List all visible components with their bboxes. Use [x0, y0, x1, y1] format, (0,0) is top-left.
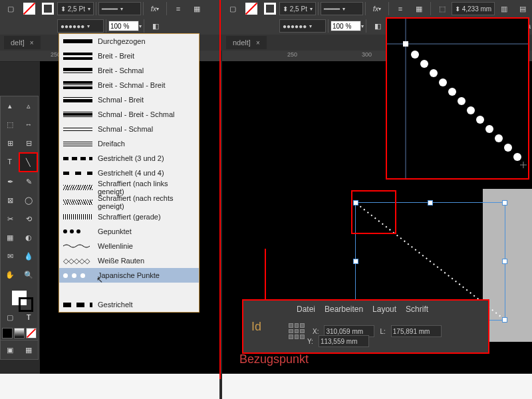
rectangle-frame-tool[interactable]: ⊠	[1, 191, 19, 209]
close-icon[interactable]: ×	[256, 39, 260, 47]
paragraph-icon[interactable]: ≡	[170, 1, 186, 17]
apply-icon[interactable]: ▢	[225, 1, 241, 17]
opacity-input[interactable]: 100 %	[108, 21, 139, 31]
stroke-style-dropdown[interactable]: ━━━━▾	[98, 2, 141, 15]
svg-point-14	[504, 144, 512, 152]
document-tab[interactable]: ndelt]×	[226, 36, 267, 49]
opacity-icon[interactable]: ◧	[148, 18, 164, 34]
svg-point-13	[495, 134, 503, 142]
hand-tool[interactable]: ✋	[1, 265, 19, 284]
text-wrap-icon[interactable]: ▦	[189, 1, 205, 17]
stroke-style-dropdown-2[interactable]: ●●●●●●▾	[57, 19, 104, 33]
stroke-style-menu: DurchgezogenBreit - BreitBreit - SchmalB…	[59, 33, 200, 313]
apply-icon[interactable]: ▢	[3, 1, 19, 17]
stroke-weight-dropdown[interactable]: ⬍ 2,5 Pt▾	[279, 2, 316, 15]
reference-point-grid[interactable]	[289, 323, 305, 339]
document-tab[interactable]: delt]×	[4, 36, 41, 49]
paragraph-icon[interactable]: ≡	[392, 1, 408, 17]
y-input[interactable]	[319, 335, 369, 347]
page-tool[interactable]: ⬚	[1, 115, 19, 134]
apply-none[interactable]	[26, 328, 37, 338]
stroke-style-option[interactable]: ◇◇◇◇◇Weiße Rauten	[59, 253, 199, 268]
gradient-feather-tool[interactable]: ◐	[19, 228, 38, 247]
stroke-style-option[interactable]: Schraffiert (nach links geneigt)	[59, 180, 199, 195]
stroke-style-dropdown-2[interactable]: ●●●●●●▾	[279, 19, 326, 33]
close-icon[interactable]: ×	[30, 39, 34, 47]
gradient-swatch-tool[interactable]: ▦	[1, 228, 19, 247]
stroke-style-option[interactable]	[59, 283, 199, 297]
gap-tool[interactable]: ↔	[19, 115, 38, 134]
pen-tool[interactable]: ✒	[1, 172, 19, 191]
selection-tool[interactable]: ▴	[1, 96, 19, 115]
stroke-style-option[interactable]: Breit - Schmal - Breit	[59, 78, 199, 92]
transform-width[interactable]: ⬍ 4,233 mm	[452, 2, 495, 15]
fx-dropdown[interactable]: fx▾	[369, 1, 385, 17]
l-input[interactable]	[391, 325, 442, 337]
content-placer-tool[interactable]: ⊟	[19, 134, 38, 152]
menu-layout[interactable]: Layout	[372, 305, 396, 314]
menu-datei[interactable]: Datei	[297, 305, 315, 314]
ellipse-tool[interactable]: ◯	[19, 191, 38, 209]
apply-gradient[interactable]	[14, 328, 25, 338]
view-mode-normal[interactable]: ▣	[1, 340, 19, 359]
svg-point-8	[448, 88, 456, 96]
distribute-icon[interactable]: ▤	[515, 1, 531, 17]
content-collector-tool[interactable]: ⊞	[1, 134, 19, 152]
direct-selection-tool[interactable]: ▵	[19, 96, 38, 115]
scissors-tool[interactable]: ✂	[1, 209, 19, 228]
menu-schrift[interactable]: Schrift	[406, 305, 428, 314]
stroke-style-option[interactable]: Schmal - Breit - Schmal	[59, 107, 199, 122]
align-icon[interactable]: ▥	[496, 1, 512, 17]
stroke-style-option[interactable]: Wellenlinie	[59, 239, 199, 253]
eyedropper-tool[interactable]: 💧	[19, 247, 38, 265]
stroke-style-option[interactable]: Schraffiert (nach rechts geneigt)	[59, 195, 199, 209]
stroke-style-option[interactable]: Japanische Punkte↖	[59, 268, 199, 283]
stroke-swatch[interactable]	[262, 1, 278, 17]
apply-color[interactable]	[2, 328, 13, 338]
stroke-style-dropdown[interactable]: ━━━━▾	[321, 2, 363, 15]
opacity-icon[interactable]: ◧	[370, 18, 386, 34]
annotation-label: Bezugspunkt	[239, 352, 309, 366]
bbox-icon[interactable]: ⬚	[434, 1, 450, 17]
y-label: Y:	[307, 338, 313, 345]
stroke-weight-dropdown[interactable]: ⬍ 2,5 Pt▾	[57, 2, 94, 15]
annotation-box	[351, 190, 396, 234]
pasteboard-left	[0, 374, 219, 399]
svg-rect-3	[403, 41, 408, 47]
l-label: L:	[380, 328, 385, 335]
svg-point-10	[467, 106, 475, 114]
zoom-tool[interactable]: 🔍	[19, 265, 38, 284]
fill-swatch[interactable]	[21, 1, 37, 17]
type-tool[interactable]: T	[1, 152, 19, 171]
transform-tool[interactable]: ⟲	[19, 209, 38, 228]
stroke-style-option[interactable]: Gestrichelt (3 und 2)	[59, 151, 199, 166]
note-tool[interactable]: ✉	[1, 247, 19, 265]
annotation-divider	[219, 0, 221, 379]
stroke-style-option[interactable]: Schmal - Schmal	[59, 122, 199, 136]
stroke-style-option[interactable]: Schmal - Breit	[59, 92, 199, 107]
fill-stroke-swatch[interactable]	[12, 291, 27, 305]
view-mode-preview[interactable]: ▦	[19, 340, 38, 359]
stroke-style-option[interactable]: Dreifach	[59, 136, 199, 151]
opacity-input[interactable]: 100 %	[331, 21, 361, 31]
pencil-tool[interactable]: ✎	[19, 172, 38, 191]
stroke-style-option[interactable]: Gestrichelt (4 und 4)	[59, 166, 199, 180]
svg-point-5	[420, 60, 428, 68]
stroke-style-option[interactable]: Schraffiert (gerade)	[59, 209, 199, 224]
stroke-style-option[interactable]: Durchgezogen	[59, 34, 199, 49]
text-wrap-icon[interactable]: ▦	[411, 1, 427, 17]
stroke-swatch[interactable]	[40, 1, 56, 17]
line-tool[interactable]: ╲	[19, 152, 38, 172]
fill-swatch[interactable]	[243, 1, 259, 17]
stroke-style-option[interactable]: Breit - Schmal	[59, 63, 199, 78]
tools-panel: ▴▵ ⬚↔ ⊞⊟ T╲ ✒✎ ⊠◯ ✂⟲ ▦◐ ✉💧 ✋🔍 ▢T ▣▦	[0, 96, 39, 360]
fx-dropdown[interactable]: fx▾	[147, 1, 163, 17]
svg-point-12	[485, 125, 493, 133]
stroke-style-option[interactable]: Gepunktet	[59, 224, 199, 239]
menu-bearbeiten[interactable]: Bearbeiten	[325, 305, 363, 314]
stroke-style-option[interactable]: Breit - Breit	[59, 49, 199, 63]
annotation-arrow	[265, 249, 266, 299]
stroke-style-option[interactable]: Gestrichelt	[59, 297, 199, 312]
app-logo: Id	[251, 320, 261, 334]
formatting-container-icon[interactable]: ▢	[1, 308, 19, 327]
